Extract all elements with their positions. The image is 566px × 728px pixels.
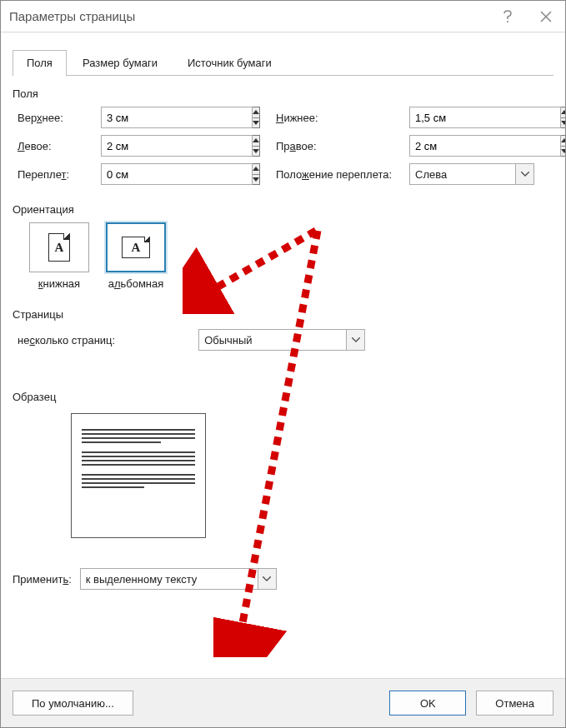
tabbar: Поля Размер бумаги Источник бумаги xyxy=(13,49,553,76)
page-setup-dialog: Параметры страницы Поля Размер бумаги Ис… xyxy=(0,0,566,728)
spinner-bottom[interactable] xyxy=(409,107,534,128)
dialog-content: Поля Размер бумаги Источник бумаги Поля … xyxy=(1,32,565,678)
titlebar: Параметры страницы xyxy=(1,1,565,32)
label-left: Левое: xyxy=(18,140,101,152)
label-multiple-pages: несколько страниц: xyxy=(18,334,115,347)
spinner-right[interactable] xyxy=(409,135,534,157)
tab-paper-size[interactable]: Размер бумаги xyxy=(68,50,172,76)
section-pages-title: Страницы xyxy=(13,308,553,321)
select-gutter-position[interactable]: Слева xyxy=(409,163,534,185)
arrow-up-icon[interactable] xyxy=(253,164,259,175)
input-gutter[interactable] xyxy=(101,163,253,185)
arrow-up-icon[interactable] xyxy=(561,107,565,118)
help-button[interactable] xyxy=(488,1,527,32)
label-top: Верхнее: xyxy=(18,112,101,124)
section-preview-title: Образец xyxy=(13,391,553,403)
orientation-portrait[interactable]: A книжная xyxy=(29,222,89,290)
landscape-page-icon: A xyxy=(122,237,150,258)
select-apply-to[interactable]: к выделенному тексту xyxy=(80,568,277,590)
arrow-down-icon[interactable] xyxy=(561,147,565,157)
portrait-page-icon: A xyxy=(48,233,70,262)
chevron-down-icon[interactable] xyxy=(346,330,364,350)
spinner-left[interactable] xyxy=(101,135,226,157)
orientation-landscape[interactable]: A альбомная xyxy=(106,222,166,290)
tab-margins[interactable]: Поля xyxy=(13,50,67,76)
input-bottom[interactable] xyxy=(409,107,561,128)
arrow-down-icon[interactable] xyxy=(253,175,259,185)
label-gutter: Переплет: xyxy=(18,168,101,181)
input-top[interactable] xyxy=(101,107,253,128)
orientation-landscape-label: альбомная xyxy=(108,277,164,290)
arrow-down-icon[interactable] xyxy=(561,118,565,128)
spinner-left-buttons[interactable] xyxy=(253,135,260,157)
chevron-down-icon[interactable] xyxy=(258,569,276,589)
chevron-down-icon[interactable] xyxy=(515,164,533,184)
section-margins-title: Поля xyxy=(13,87,553,100)
spinner-bottom-buttons[interactable] xyxy=(561,107,565,128)
select-multiple-pages[interactable]: Обычный xyxy=(198,329,365,351)
cancel-button[interactable]: Отмена xyxy=(476,691,553,716)
input-left[interactable] xyxy=(101,135,253,157)
label-right: Правое: xyxy=(276,140,409,152)
window-title: Параметры страницы xyxy=(9,9,488,23)
label-gutter-position: Положение переплета: xyxy=(276,168,409,181)
spinner-gutter-buttons[interactable] xyxy=(253,163,260,185)
arrow-down-icon[interactable] xyxy=(253,147,259,157)
tab-paper-source[interactable]: Источник бумаги xyxy=(173,50,286,76)
label-apply-to: Применить: xyxy=(13,573,72,586)
orientation-portrait-label: книжная xyxy=(38,277,80,290)
label-bottom: Нижнее: xyxy=(276,112,409,124)
spinner-top[interactable] xyxy=(101,107,226,128)
apply-row: Применить: к выделенному тексту xyxy=(13,568,553,590)
close-button[interactable] xyxy=(527,1,565,32)
spinner-right-buttons[interactable] xyxy=(561,135,565,157)
section-orientation-title: Ориентация xyxy=(13,203,553,216)
arrow-down-icon[interactable] xyxy=(253,118,259,128)
default-button[interactable]: По умолчанию... xyxy=(13,691,133,716)
arrow-up-icon[interactable] xyxy=(561,136,565,147)
arrow-up-icon[interactable] xyxy=(253,107,259,118)
dialog-footer: По умолчанию... OK Отмена xyxy=(1,678,565,727)
spinner-top-buttons[interactable] xyxy=(253,107,260,128)
input-right[interactable] xyxy=(409,135,561,157)
ok-button[interactable]: OK xyxy=(389,691,466,716)
orientation-row: A книжная A альбомная xyxy=(29,222,553,290)
arrow-up-icon[interactable] xyxy=(253,136,259,147)
margins-grid: Верхнее: Нижнее: Левое: Правое: xyxy=(18,107,553,185)
spinner-gutter[interactable] xyxy=(101,163,226,185)
preview-page-icon xyxy=(71,413,206,538)
